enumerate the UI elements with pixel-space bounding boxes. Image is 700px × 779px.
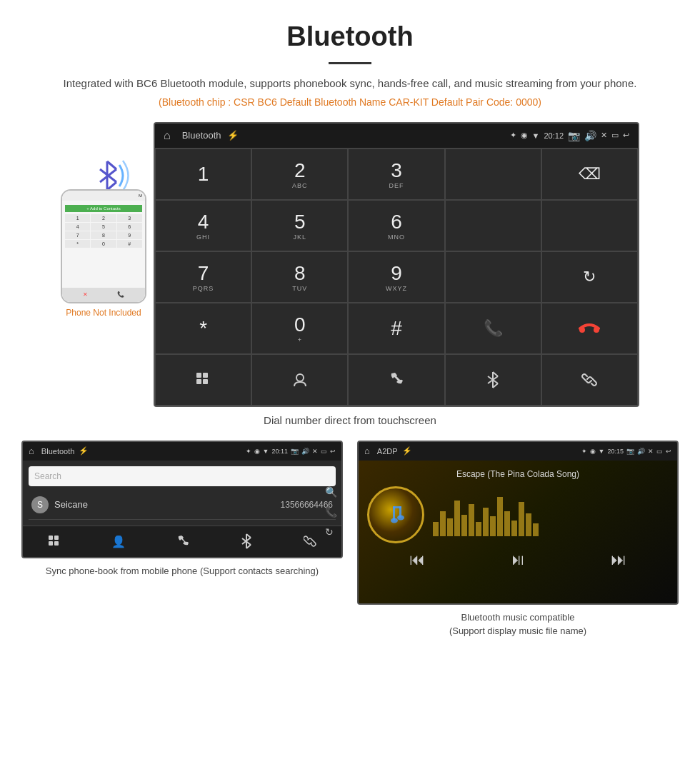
status-right: ✦ ◉ ▼ 20:12 📷 🔊 ✕ ▭ ↩ bbox=[510, 130, 629, 141]
contact-row[interactable]: S Seicane 13566664466 bbox=[29, 491, 336, 520]
phone-status-bar: M bbox=[62, 191, 145, 201]
svg-line-1 bbox=[107, 161, 116, 169]
mu-home-icon[interactable]: ⌂ bbox=[364, 446, 370, 456]
dialpad-nav-phone[interactable] bbox=[348, 354, 444, 406]
dialpad-grid: 1 2ABC 3DEF ⌫ 4GHI 5JKL 6MNO bbox=[155, 148, 638, 406]
svg-line-3 bbox=[107, 182, 116, 190]
dial-key-0[interactable]: 0+ bbox=[251, 303, 348, 354]
play-pause-btn[interactable]: ⏯ bbox=[510, 551, 526, 569]
back-icon[interactable]: ↩ bbox=[623, 131, 629, 140]
svg-line-15 bbox=[493, 383, 498, 388]
pb-sig-icon: ▼ bbox=[263, 448, 269, 455]
phone-aside: M + Add to Contacts 123 456 789 *0# ✕ 📞 bbox=[61, 151, 146, 318]
dial-key-5[interactable]: 5JKL bbox=[251, 200, 348, 251]
svg-rect-8 bbox=[203, 373, 208, 378]
search-bar[interactable]: Search bbox=[29, 466, 336, 486]
mu-cam-icon[interactable]: 📷 bbox=[626, 448, 634, 455]
next-track-btn[interactable]: ⏭ bbox=[611, 551, 626, 569]
dial-key-empty-4 bbox=[445, 251, 541, 303]
volume-icon[interactable]: 🔊 bbox=[584, 130, 596, 141]
dial-key-refresh[interactable]: ↻ bbox=[541, 251, 638, 303]
music-block: ⌂ A2DP ⚡ ✦ ◉ ▼ 20:15 📷 🔊 ✕ ▭ ↩ bbox=[357, 441, 679, 638]
dialpad-nav-bluetooth[interactable] bbox=[445, 354, 541, 406]
svg-point-5 bbox=[579, 327, 585, 333]
usb-icon: ⚡ bbox=[227, 130, 239, 141]
contact-initial: S bbox=[31, 496, 49, 513]
location-icon: ◉ bbox=[521, 131, 528, 140]
bluetooth-signal-icon bbox=[89, 151, 118, 186]
dial-key-8[interactable]: 8TUV bbox=[251, 251, 348, 303]
mu-vol-icon[interactable]: 🔊 bbox=[637, 448, 645, 455]
pb-app-name: Bluetooth bbox=[41, 447, 74, 456]
main-caption: Dial number direct from touchscreen bbox=[0, 414, 700, 426]
music-caption: Bluetooth music compatible(Support displ… bbox=[449, 610, 586, 638]
spec-line: (Bluetooth chip : CSR BC6 Default Blueto… bbox=[0, 96, 700, 108]
mu-win-icon[interactable]: ▭ bbox=[656, 448, 663, 455]
bottom-screenshots: ⌂ Bluetooth ⚡ ✦ ◉ ▼ 20:11 📷 🔊 ✕ ▭ ↩ bbox=[0, 441, 700, 638]
album-art bbox=[367, 486, 424, 543]
pb-nav-grid[interactable] bbox=[48, 535, 61, 548]
window-icon[interactable]: ▭ bbox=[611, 131, 619, 140]
dial-key-6[interactable]: 6MNO bbox=[348, 200, 444, 251]
mu-back-icon[interactable]: ↩ bbox=[666, 448, 671, 455]
pb-vol-icon[interactable]: 🔊 bbox=[301, 448, 309, 455]
svg-point-29 bbox=[391, 518, 398, 523]
svg-rect-20 bbox=[54, 541, 59, 546]
prev-track-btn[interactable]: ⏮ bbox=[409, 551, 425, 569]
dial-key-2[interactable]: 2ABC bbox=[251, 149, 348, 200]
pb-back-icon[interactable]: ↩ bbox=[330, 448, 336, 455]
svg-point-11 bbox=[296, 374, 304, 381]
dial-key-9[interactable]: 9WXYZ bbox=[348, 251, 444, 303]
dial-key-3[interactable]: 3DEF bbox=[348, 149, 444, 200]
svg-rect-17 bbox=[49, 536, 53, 540]
pb-home-icon[interactable]: ⌂ bbox=[29, 446, 34, 456]
phonebook-content-area: Search S Seicane 13566664466 🔍 📞 ↻ bbox=[23, 461, 341, 526]
camera-icon[interactable]: 📷 bbox=[568, 130, 580, 141]
pb-nav-bluetooth[interactable] bbox=[240, 533, 253, 549]
dial-key-7[interactable]: 7PQRS bbox=[155, 251, 251, 303]
phone-keypad: 123 456 789 *0# bbox=[65, 214, 142, 248]
svg-rect-18 bbox=[54, 536, 59, 540]
svg-point-6 bbox=[594, 327, 599, 333]
pb-cam-icon[interactable]: 📷 bbox=[291, 448, 299, 455]
dial-key-4[interactable]: 4GHI bbox=[155, 200, 251, 251]
pb-close-icon[interactable]: ✕ bbox=[312, 448, 318, 455]
pb-nav-phone[interactable] bbox=[176, 535, 189, 548]
music-status-bar: ⌂ A2DP ⚡ ✦ ◉ ▼ 20:15 📷 🔊 ✕ ▭ ↩ bbox=[359, 442, 677, 461]
dial-key-1[interactable]: 1 bbox=[155, 149, 251, 200]
dial-key-star[interactable]: * bbox=[155, 303, 251, 354]
pb-side-refresh-icon[interactable]: ↻ bbox=[325, 526, 337, 538]
pb-side-search-icon[interactable]: 🔍 bbox=[325, 486, 337, 498]
song-title: Escape (The Pina Colada Song) bbox=[456, 469, 579, 479]
pb-nav-contacts[interactable]: 👤 bbox=[111, 535, 126, 548]
dialpad-nav-contacts[interactable] bbox=[251, 354, 348, 406]
main-status-bar: ⌂ Bluetooth ⚡ ✦ ◉ ▼ 20:12 📷 🔊 ✕ ▭ ↩ bbox=[155, 124, 638, 148]
close-icon[interactable]: ✕ bbox=[601, 131, 607, 140]
dialpad-nav-link[interactable] bbox=[541, 354, 638, 406]
dial-key-empty-1 bbox=[445, 149, 541, 200]
dial-key-empty-3 bbox=[541, 200, 638, 251]
phone-not-included-label: Phone Not Included bbox=[66, 308, 141, 318]
pb-side-call-icon[interactable]: 📞 bbox=[325, 506, 337, 518]
pb-nav-link[interactable] bbox=[304, 535, 316, 548]
svg-rect-7 bbox=[196, 373, 201, 378]
dial-key-backspace[interactable]: ⌫ bbox=[541, 149, 638, 200]
pb-loc-icon: ◉ bbox=[254, 448, 260, 455]
dialpad-nav-grid[interactable] bbox=[155, 354, 251, 406]
dial-key-hash[interactable]: # bbox=[348, 303, 444, 354]
time-display: 20:12 bbox=[544, 131, 564, 140]
title-divider bbox=[329, 62, 371, 64]
dial-key-call[interactable]: 📞 bbox=[445, 303, 541, 354]
phone-image: M + Add to Contacts 123 456 789 *0# ✕ 📞 bbox=[61, 189, 146, 303]
phonebook-side-actions: 🔍 📞 ↻ bbox=[325, 486, 337, 538]
music-content-area: Escape (The Pina Colada Song) bbox=[359, 461, 677, 603]
bluetooth-status-icon: ✦ bbox=[510, 131, 516, 140]
page-title: Bluetooth bbox=[0, 0, 700, 58]
home-icon[interactable]: ⌂ bbox=[164, 129, 171, 142]
phonebook-block: ⌂ Bluetooth ⚡ ✦ ◉ ▼ 20:11 📷 🔊 ✕ ▭ ↩ bbox=[21, 441, 343, 638]
search-placeholder: Search bbox=[34, 471, 61, 481]
dial-key-hangup[interactable] bbox=[541, 303, 638, 354]
mu-close-icon[interactable]: ✕ bbox=[648, 448, 654, 455]
svg-line-13 bbox=[493, 372, 498, 376]
pb-win-icon[interactable]: ▭ bbox=[321, 448, 327, 455]
